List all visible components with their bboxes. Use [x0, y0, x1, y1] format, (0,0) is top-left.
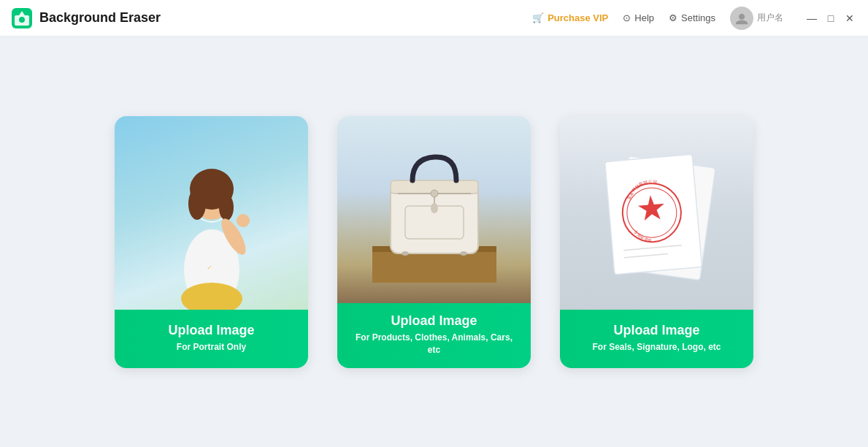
- products-card-subtitle: For Products, Clothes, Animals, Cars, et…: [349, 332, 519, 356]
- user-profile[interactable]: 用户名: [730, 7, 783, 30]
- svg-point-7: [188, 188, 206, 220]
- titlebar: Background Eraser 🛒 Purchase VIP ⊙ Help …: [0, 0, 868, 37]
- portrait-background: ✓: [115, 116, 308, 310]
- upload-portrait-card[interactable]: ✓ Upload Image For Portrait Only: [115, 116, 308, 368]
- titlebar-right: 🛒 Purchase VIP ⊙ Help ⚙ Settings 用户名 — □…: [532, 7, 856, 30]
- seals-card-title: Upload Image: [613, 323, 699, 338]
- products-card-image: [337, 116, 531, 303]
- svg-point-21: [402, 251, 409, 256]
- app-title: Background Eraser: [39, 10, 161, 26]
- app-logo-icon: [12, 8, 32, 28]
- avatar: [730, 7, 753, 30]
- username-text: 用户名: [757, 12, 783, 24]
- cart-icon: 🛒: [532, 12, 544, 23]
- svg-text:✓: ✓: [207, 264, 212, 271]
- help-button[interactable]: ⊙ Help: [623, 12, 654, 23]
- minimize-button[interactable]: —: [805, 12, 818, 25]
- titlebar-left: Background Eraser: [12, 8, 161, 28]
- window-controls: — □ ✕: [805, 12, 856, 25]
- svg-point-2: [739, 13, 745, 19]
- maximize-button[interactable]: □: [824, 12, 837, 25]
- seals-background: 某某科技有限公司 专用发票章: [560, 116, 753, 310]
- svg-point-22: [460, 251, 467, 256]
- seals-card-image: 某某科技有限公司 专用发票章: [560, 116, 753, 310]
- purchase-vip-button[interactable]: 🛒 Purchase VIP: [532, 12, 608, 23]
- svg-point-10: [237, 214, 250, 227]
- svg-point-8: [219, 194, 234, 221]
- products-card-title: Upload Image: [391, 313, 477, 329]
- settings-button[interactable]: ⚙ Settings: [669, 12, 715, 23]
- settings-icon: ⚙: [669, 12, 677, 23]
- svg-rect-12: [372, 250, 496, 283]
- seal-illustration: 某某科技有限公司 专用发票章: [584, 140, 730, 286]
- upload-seals-card[interactable]: 某某科技有限公司 专用发票章 Uplo: [560, 116, 753, 368]
- portrait-card-image: ✓: [115, 116, 308, 310]
- close-button[interactable]: ✕: [843, 12, 856, 25]
- help-icon: ⊙: [623, 12, 631, 23]
- upload-products-card[interactable]: Upload Image For Products, Clothes, Anim…: [337, 116, 531, 368]
- svg-point-1: [19, 17, 25, 23]
- main-content: ✓ Upload Image For Portrait Only: [0, 37, 868, 447]
- portrait-card-footer: Upload Image For Portrait Only: [115, 310, 308, 368]
- seals-card-footer: Upload Image For Seals, Signature, Logo,…: [560, 310, 753, 368]
- svg-point-17: [431, 190, 438, 197]
- svg-point-19: [431, 203, 438, 213]
- portrait-card-title: Upload Image: [168, 323, 254, 338]
- products-background: [337, 116, 531, 303]
- bag-illustration: [372, 137, 496, 283]
- portrait-card-subtitle: For Portrait Only: [177, 341, 246, 354]
- seals-card-subtitle: For Seals, Signature, Logo, etc: [592, 341, 721, 354]
- products-card-footer: Upload Image For Products, Clothes, Anim…: [337, 303, 531, 368]
